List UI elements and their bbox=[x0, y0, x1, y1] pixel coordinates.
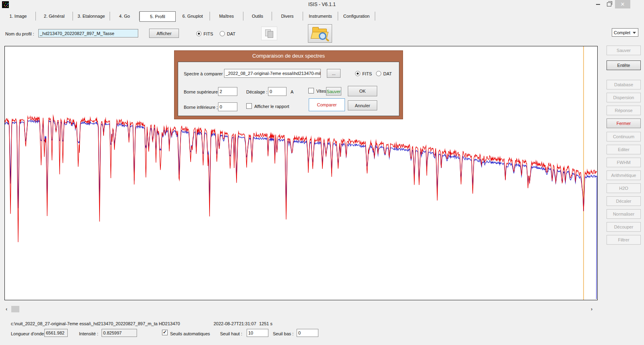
profile-name-input[interactable]: _hd213470_20220827_897_M_Tasse bbox=[38, 29, 138, 37]
scroll-left-arrow-icon[interactable]: ‹ bbox=[6, 306, 7, 312]
view-mode-combobox[interactable]: Complet bbox=[612, 28, 638, 37]
tab-1-image[interactable]: 1. Image bbox=[1, 12, 36, 21]
sidebar-button-database: Database bbox=[607, 80, 641, 89]
dialog-fits-radio[interactable] bbox=[355, 71, 360, 76]
seuil-haut-input[interactable]: 10 bbox=[247, 329, 268, 337]
sidebar-button-normaliser: Normaliser bbox=[607, 209, 641, 219]
sidebar-button-h2o: H2O bbox=[607, 183, 641, 193]
tab-ma-tres[interactable]: Maîtres bbox=[210, 12, 243, 21]
file-path-text: c:\nuit_2022_08_27-original-7eme essai\_… bbox=[11, 321, 180, 326]
sidebar-button-d-couper: Découper bbox=[607, 222, 641, 232]
sidebar-button-fwhm: FWHM bbox=[607, 158, 641, 167]
datetime-text: 2022-08-27T21:31:07 bbox=[214, 321, 256, 326]
restore-button[interactable] bbox=[604, 0, 614, 8]
seuil-haut-label: Seuil haut : bbox=[220, 331, 242, 336]
copy-icon bbox=[268, 31, 273, 38]
annuler-button[interactable]: Annuler bbox=[348, 100, 377, 110]
sidebar-button-d-caler: Décaler bbox=[607, 196, 641, 206]
rapport-checkbox[interactable] bbox=[246, 103, 252, 109]
rapport-label[interactable]: Afficher le rapport bbox=[254, 104, 289, 109]
minimize-button[interactable] bbox=[593, 0, 603, 8]
profile-name-label: Nom du profil : bbox=[5, 31, 34, 36]
fits-radio-label[interactable]: FITS bbox=[204, 31, 213, 36]
dat-radio-label[interactable]: DAT bbox=[227, 31, 235, 36]
intensity-value: 0.825997 bbox=[102, 329, 137, 337]
dialog-sauver-button[interactable]: Sauver bbox=[326, 87, 341, 96]
seuil-bas-label: Seuil bas : bbox=[273, 331, 293, 336]
copy-button[interactable] bbox=[261, 27, 277, 40]
afficher-button[interactable]: Afficher bbox=[149, 29, 179, 38]
borne-inferieure-input[interactable]: 0 bbox=[218, 102, 237, 111]
wavelength-label: Longueur d'onde : bbox=[11, 331, 46, 336]
decalage-input[interactable]: 0 bbox=[268, 87, 287, 96]
tab-instruments[interactable]: Instruments bbox=[303, 12, 338, 21]
sidebar-button-editer: Editer bbox=[607, 145, 641, 154]
sidebar-button-ent-te[interactable]: Entête bbox=[607, 60, 641, 70]
sidebar-button-arithm-tique: Arithmétique bbox=[607, 170, 641, 180]
comparer-button[interactable]: Comparer bbox=[309, 98, 345, 111]
seuils-auto-checkbox[interactable] bbox=[162, 330, 168, 335]
fits-radio[interactable] bbox=[196, 31, 202, 36]
window-title: ISIS - V6.1.1 bbox=[0, 2, 644, 7]
dialog-dat-label[interactable]: DAT bbox=[383, 71, 392, 76]
tab-outils[interactable]: Outils bbox=[243, 12, 272, 21]
dialog-dat-radio[interactable] bbox=[376, 71, 381, 76]
magnifier-icon bbox=[319, 32, 326, 40]
sidebar-button-fermer[interactable]: Fermer bbox=[607, 118, 641, 128]
dialog-fits-label[interactable]: FITS bbox=[362, 71, 372, 76]
borne-superieure-label: Borne supérieure ; bbox=[184, 89, 220, 94]
angstrom-label: A bbox=[291, 89, 293, 94]
tab-4-go[interactable]: 4. Go bbox=[110, 12, 139, 21]
ok-button[interactable]: OK bbox=[348, 86, 377, 96]
exposure-text: 1251 s bbox=[259, 321, 272, 326]
borne-inferieure-label: Borne inférieure ; bbox=[184, 105, 218, 110]
title-bar: ISIS - V6.1.1 ✕ bbox=[0, 0, 644, 10]
decalage-label: Décalage : bbox=[246, 89, 268, 94]
tab-3-etalonnage[interactable]: 3. Etalonnage bbox=[73, 12, 110, 21]
dat-radio[interactable] bbox=[220, 31, 225, 36]
seuil-bas-input[interactable]: 0 bbox=[297, 329, 318, 337]
intensity-label: Intensité : bbox=[79, 331, 98, 336]
scroll-right-arrow-icon[interactable]: › bbox=[591, 306, 592, 312]
close-button[interactable]: ✕ bbox=[615, 0, 630, 8]
browse-button[interactable]: ... bbox=[327, 69, 341, 78]
tab-configuration[interactable]: Configuration bbox=[338, 12, 375, 21]
spectre-compare-label: Spectre à comparer : bbox=[184, 71, 225, 76]
seuils-auto-label[interactable]: Seuils automatiques bbox=[170, 331, 210, 336]
spectre-compare-input[interactable]: _2022_08_27-original-7eme essai\hd213470… bbox=[224, 69, 321, 78]
sidebar-button-sauver: Sauver bbox=[607, 46, 641, 55]
dialog-title: Comparaison de deux spectres bbox=[175, 53, 403, 59]
sidebar-button-continuum: Continuum bbox=[607, 132, 641, 141]
vitesse-checkbox[interactable] bbox=[308, 88, 314, 94]
scrollbar-thumb[interactable] bbox=[11, 306, 19, 312]
chevron-down-icon bbox=[633, 32, 636, 34]
magnifier-icon bbox=[326, 38, 329, 42]
compare-spectra-dialog: Comparaison de deux spectres Spectre à c… bbox=[174, 50, 403, 119]
view-mode-value: Complet bbox=[614, 30, 630, 35]
tab-2-g-n-ral[interactable]: 2. Général bbox=[36, 12, 73, 21]
sidebar-button-r-ponse: Réponse bbox=[607, 106, 641, 115]
tab-6-gnuplot[interactable]: 6. Gnuplot bbox=[176, 12, 210, 21]
sidebar-button-filtrer: Filtrer bbox=[607, 235, 641, 245]
tab-bar: 1. Image2. Général3. Etalonnage4. Go5. P… bbox=[1, 12, 375, 21]
sidebar-button-dispersion: Dispersion bbox=[607, 93, 641, 102]
tab-5-profil[interactable]: 5. Profil bbox=[139, 11, 176, 22]
wavelength-value: 6561.982 bbox=[44, 329, 68, 337]
isis-window: ISIS - V6.1.1 ✕ 1. Image2. Général3. Eta… bbox=[0, 0, 644, 345]
open-file-button[interactable] bbox=[308, 24, 332, 43]
borne-superieure-input[interactable]: 2 bbox=[218, 87, 237, 96]
tab-divers[interactable]: Divers bbox=[272, 12, 303, 21]
